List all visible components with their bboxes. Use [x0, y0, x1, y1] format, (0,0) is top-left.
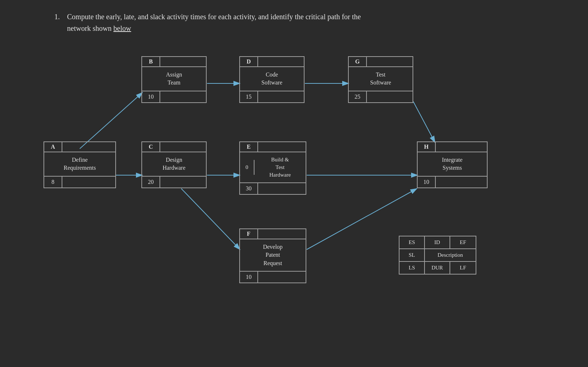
- legend-box: ES ID EF SL Description LS DUR LF: [399, 236, 476, 275]
- node-e-duration: 30: [240, 183, 258, 194]
- question-text: 1. Compute the early, late, and slack ac…: [54, 11, 534, 34]
- node-f: F DevelopPatentRequest 10: [239, 228, 306, 283]
- node-c-footer-right: [160, 177, 178, 187]
- node-a-top-right: [62, 142, 80, 152]
- node-g-top-right: [367, 57, 385, 66]
- legend-lf: LF: [450, 262, 476, 274]
- node-e: E 0 Build &TestHardware 30: [239, 141, 306, 195]
- node-b: B AssignTeam 10: [141, 56, 207, 103]
- node-e-footer-right: [258, 183, 276, 194]
- node-f-footer-right: [258, 272, 276, 283]
- legend-ls: LS: [399, 262, 425, 274]
- node-c-top-right: [160, 142, 178, 152]
- node-h-footer-right: [436, 177, 454, 187]
- node-d-footer-right: [258, 91, 276, 102]
- svg-line-5: [413, 102, 435, 143]
- node-a-id: A: [44, 142, 62, 152]
- node-e-label: 0 Build &TestHardware: [240, 152, 306, 183]
- node-c-label: DesignHardware: [142, 152, 206, 177]
- node-g-duration: 25: [349, 91, 367, 102]
- legend-ef: EF: [450, 236, 476, 248]
- node-h-top-right: [436, 142, 454, 152]
- node-d: D CodeSoftware 15: [239, 56, 305, 103]
- node-b-top-right: [160, 57, 178, 66]
- node-b-duration: 10: [142, 91, 160, 102]
- legend-es: ES: [399, 236, 425, 248]
- node-d-top-right: [258, 57, 276, 66]
- legend-dur: DUR: [425, 262, 450, 274]
- node-d-label: CodeSoftware: [240, 67, 304, 91]
- legend-sl: SL: [399, 249, 425, 261]
- node-c-duration: 20: [142, 177, 160, 187]
- node-h-duration: 10: [418, 177, 436, 187]
- node-a-duration: 8: [44, 177, 62, 187]
- node-f-top-right: [258, 229, 276, 239]
- question-number: 1.: [54, 13, 60, 21]
- node-g-id: G: [349, 57, 367, 66]
- node-f-id: F: [240, 229, 258, 239]
- node-e-top-right: [258, 142, 276, 152]
- node-g-footer-right: [367, 91, 385, 102]
- svg-line-2: [80, 92, 142, 149]
- legend-id: ID: [425, 236, 450, 248]
- node-h: H IntegrateSystems 10: [417, 141, 488, 188]
- node-f-label: DevelopPatentRequest: [240, 239, 306, 272]
- node-a: A DefineRequirements 8: [44, 141, 116, 188]
- node-d-id: D: [240, 57, 258, 66]
- node-h-id: H: [418, 142, 436, 152]
- node-b-id: B: [142, 57, 160, 66]
- node-f-duration: 10: [240, 272, 258, 283]
- node-a-label: DefineRequirements: [44, 152, 115, 177]
- node-g-label: TestSoftware: [349, 67, 413, 91]
- node-b-label: AssignTeam: [142, 67, 206, 91]
- svg-line-8: [181, 189, 240, 250]
- node-d-duration: 15: [240, 91, 258, 102]
- node-a-footer-right: [62, 177, 80, 187]
- node-g: G TestSoftware 25: [348, 56, 413, 103]
- node-c-id: C: [142, 142, 160, 152]
- node-c: C DesignHardware 20: [141, 141, 207, 188]
- legend-description: Description: [425, 249, 476, 261]
- node-b-footer-right: [160, 91, 178, 102]
- node-h-label: IntegrateSystems: [418, 152, 487, 177]
- node-e-id: E: [240, 142, 258, 152]
